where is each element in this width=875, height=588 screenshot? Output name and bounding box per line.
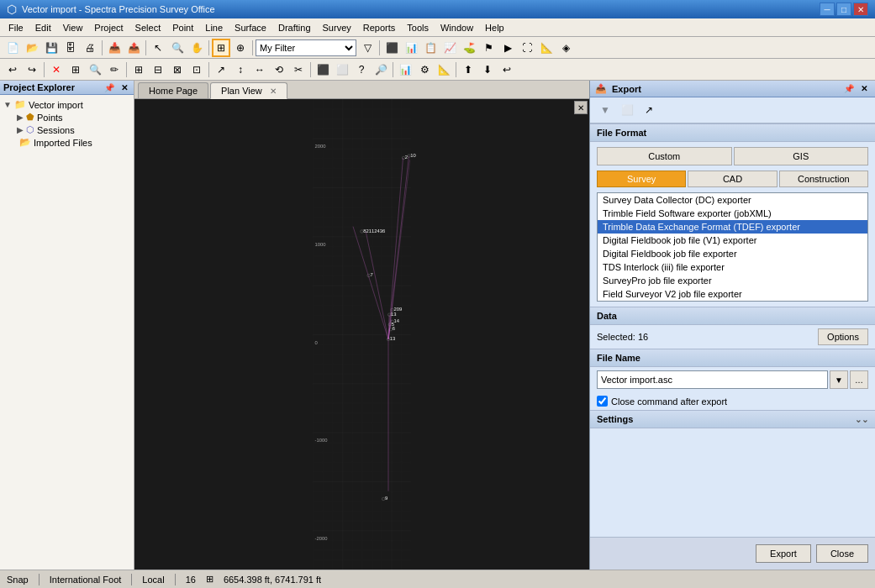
expand-icon-sessions[interactable]: ▶ (17, 125, 24, 134)
tb2-b8[interactable]: ↕ (231, 60, 250, 79)
tree-item-imported-files[interactable]: 📂 Imported Files (17, 136, 130, 149)
menu-tools[interactable]: Tools (402, 21, 434, 34)
settings-chevron-icon[interactable]: ⌄⌄ (855, 415, 868, 424)
tb2-b11[interactable]: ✂ (289, 60, 308, 79)
format-list[interactable]: Survey Data Collector (DC) exporter Trim… (597, 192, 868, 302)
tb-btn-a3[interactable]: 📋 (421, 39, 440, 57)
menu-file[interactable]: File (3, 21, 29, 34)
close-after-export-label[interactable]: Close command after export (611, 396, 727, 407)
format-tab-gis[interactable]: GIS (734, 147, 869, 165)
format-item-4[interactable]: Digital Fieldbook job file exporter (598, 247, 867, 260)
grid-btn[interactable]: ⊞ (212, 39, 230, 57)
tb2-b5[interactable]: ⊠ (168, 60, 187, 79)
export-pin-button[interactable]: 📌 (841, 84, 857, 93)
tb2-b9[interactable]: ↔ (250, 60, 269, 79)
close-button[interactable]: ✕ (853, 3, 868, 16)
close-after-export-checkbox[interactable] (597, 396, 608, 407)
new-btn[interactable]: 📄 (3, 39, 22, 57)
maximize-button[interactable]: □ (836, 3, 851, 16)
tb-btn-a4[interactable]: 📈 (440, 39, 459, 57)
tree-item-vector-import[interactable]: ▼ 📁 Vector import (3, 98, 130, 111)
expand-icon-points[interactable]: ▶ (17, 113, 24, 122)
pan-btn[interactable]: ✋ (187, 39, 206, 57)
tb-btn-a8[interactable]: ⛶ (518, 39, 536, 57)
menu-help[interactable]: Help (480, 21, 509, 34)
menu-line[interactable]: Line (200, 21, 228, 34)
menu-survey[interactable]: Survey (318, 21, 356, 34)
menu-select[interactable]: Select (130, 21, 166, 34)
tb2-b2[interactable]: ✏ (105, 60, 124, 79)
save-as-btn[interactable]: 🗄 (61, 39, 80, 57)
export-close-button[interactable]: ✕ (858, 84, 870, 93)
tb2-c2[interactable]: ⬜ (333, 60, 351, 79)
filename-dropdown-btn[interactable]: ▼ (830, 370, 848, 389)
export-action-button[interactable]: Export (756, 544, 811, 563)
props-btn[interactable]: ⊞ (66, 60, 85, 79)
format-item-6[interactable]: SurveyPro job file exporter (598, 274, 867, 287)
menu-window[interactable]: Window (435, 21, 478, 34)
minimize-button[interactable]: ─ (820, 3, 835, 16)
format-item-2[interactable]: Trimble Data Exchange Format (TDEF) expo… (598, 220, 867, 234)
menu-surface[interactable]: Surface (229, 21, 271, 34)
close-panel-button[interactable]: Close (816, 544, 868, 563)
redo-btn[interactable]: ↪ (23, 60, 41, 79)
options-button[interactable]: Options (818, 328, 868, 345)
undo-btn[interactable]: ↩ (3, 60, 22, 79)
tb2-e3[interactable]: ↩ (498, 60, 516, 79)
tb2-c4[interactable]: 🔎 (372, 60, 390, 79)
tb-btn-a2[interactable]: 📊 (402, 39, 420, 57)
filename-browse-btn[interactable]: … (850, 370, 868, 389)
format-item-0[interactable]: Survey Data Collector (DC) exporter (598, 193, 867, 207)
tb2-b10[interactable]: ⟲ (270, 60, 288, 79)
tb-btn-a1[interactable]: ⬛ (382, 39, 401, 57)
menu-view[interactable]: View (58, 21, 88, 34)
tb-btn-a10[interactable]: ◈ (556, 39, 575, 57)
tree-item-sessions[interactable]: ▶ ⬡ Sessions (17, 123, 130, 136)
tb2-d2[interactable]: ⚙ (415, 60, 434, 79)
menu-drafting[interactable]: Drafting (273, 21, 316, 34)
tb2-d3[interactable]: 📐 (435, 60, 453, 79)
tree-item-points[interactable]: ▶ ⬟ Points (17, 111, 130, 123)
format-tab-custom[interactable]: Custom (597, 147, 732, 165)
filter-apply-btn[interactable]: ▽ (358, 39, 377, 57)
menu-reports[interactable]: Reports (358, 21, 401, 34)
canvas-close-button[interactable]: ✕ (574, 101, 588, 114)
export-tb-btn-3[interactable]: ↗ (639, 101, 659, 119)
tab-close-icon[interactable]: ✕ (270, 87, 277, 96)
format-item-3[interactable]: Digital Fieldbook job file (V1) exporter (598, 234, 867, 247)
tb2-b1[interactable]: 🔍 (86, 60, 104, 79)
settings-section-header[interactable]: Settings ⌄⌄ (590, 410, 875, 428)
tb2-e1[interactable]: ⬆ (459, 60, 477, 79)
plan-canvas-wrapper[interactable]: ✕ 2000 1000 0 -100 (134, 99, 589, 570)
menu-point[interactable]: Point (167, 21, 198, 34)
menu-project[interactable]: Project (89, 21, 128, 34)
export-btn[interactable]: 📤 (124, 39, 143, 57)
pin-button[interactable]: 📌 (102, 83, 117, 92)
filter-select[interactable]: My Filter (256, 39, 356, 56)
panel-close-button[interactable]: ✕ (119, 83, 130, 92)
format-tab-cad[interactable]: CAD (688, 171, 777, 187)
menu-edit[interactable]: Edit (30, 21, 56, 34)
tb2-b6[interactable]: ⊡ (187, 60, 206, 79)
format-item-1[interactable]: Trimble Field Software exporter (jobXML) (598, 207, 867, 220)
filename-input[interactable] (597, 370, 828, 389)
tab-home[interactable]: Home Page (138, 82, 208, 98)
tb-btn-a5[interactable]: ⛳ (460, 39, 478, 57)
snap-btn[interactable]: ⊕ (231, 39, 250, 57)
tb-btn-a9[interactable]: 📐 (537, 39, 556, 57)
tb2-d1[interactable]: 📊 (396, 60, 414, 79)
tb2-c3[interactable]: ? (352, 60, 371, 79)
expand-icon[interactable]: ▼ (3, 100, 12, 109)
tb2-b3[interactable]: ⊞ (129, 60, 148, 79)
tb-btn-a7[interactable]: ▶ (498, 39, 517, 57)
zoom-btn[interactable]: 🔍 (168, 39, 187, 57)
tb-btn-a6[interactable]: ⚑ (479, 39, 498, 57)
save-btn[interactable]: 💾 (42, 39, 61, 57)
pointer-btn[interactable]: ↖ (149, 39, 167, 57)
print-btn[interactable]: 🖨 (81, 39, 99, 57)
import-btn[interactable]: 📥 (105, 39, 124, 57)
format-item-7[interactable]: Field Surveyor V2 job file exporter (598, 287, 867, 301)
tab-plan[interactable]: Plan View ✕ (210, 82, 287, 99)
format-tab-construction[interactable]: Construction (779, 171, 868, 187)
delete-btn[interactable]: ✕ (47, 60, 66, 79)
